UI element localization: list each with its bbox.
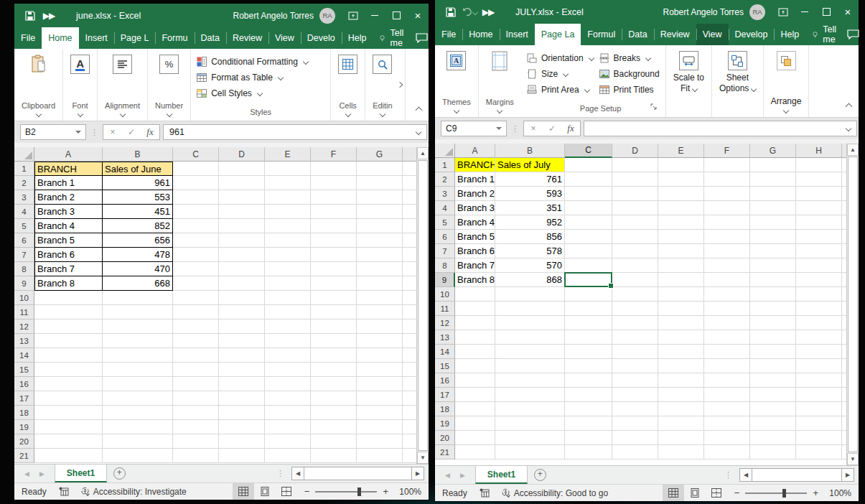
cell[interactable] [658, 302, 704, 316]
cell[interactable] [311, 420, 357, 434]
cell[interactable] [750, 273, 796, 287]
tell-me-button[interactable]: Tell me [373, 27, 414, 49]
cell[interactable] [750, 388, 796, 402]
collapse-ribbon-button[interactable] [846, 101, 851, 111]
cell[interactable] [103, 406, 173, 420]
cell[interactable] [658, 316, 704, 330]
cell[interactable] [704, 316, 750, 330]
cell[interactable] [658, 330, 704, 345]
cell[interactable] [658, 402, 704, 416]
cell[interactable] [34, 291, 103, 305]
cell[interactable] [796, 431, 842, 445]
row-header[interactable]: 14 [435, 345, 455, 359]
cell[interactable] [565, 258, 612, 273]
cell[interactable] [565, 158, 612, 172]
cell[interactable] [796, 244, 842, 258]
cell[interactable]: Branch 2 [34, 190, 103, 205]
zoom-level[interactable]: 100% [824, 488, 851, 498]
column-header-D[interactable]: D [612, 144, 658, 158]
cell[interactable] [357, 449, 403, 463]
row-header[interactable]: 8 [14, 262, 34, 276]
cell[interactable] [311, 248, 357, 262]
cell[interactable] [403, 319, 416, 334]
cell[interactable] [103, 305, 173, 319]
cell[interactable] [173, 348, 219, 363]
cell[interactable] [796, 258, 842, 273]
cell[interactable] [357, 248, 403, 262]
cell[interactable] [796, 316, 842, 330]
cell[interactable] [357, 205, 403, 219]
cell[interactable] [565, 201, 612, 215]
insert-function-button[interactable]: fx [141, 126, 159, 138]
cell[interactable] [612, 330, 658, 345]
tell-me-button[interactable]: Tell me [805, 24, 847, 45]
cell[interactable] [612, 244, 658, 258]
cell[interactable] [612, 230, 658, 244]
cell[interactable] [311, 449, 357, 463]
cell[interactable] [704, 330, 750, 345]
cell[interactable]: 856 [495, 230, 565, 244]
horizontal-scroll-thumb[interactable] [304, 467, 412, 480]
cell[interactable] [842, 330, 846, 345]
ribbon-display-options-button[interactable] [772, 0, 794, 24]
cell[interactable] [311, 233, 357, 248]
cell[interactable] [265, 219, 311, 233]
sheet-tab-active[interactable]: Sheet1 [475, 466, 528, 484]
cell[interactable] [173, 449, 219, 463]
cell[interactable] [265, 434, 311, 449]
cell[interactable]: 470 [103, 262, 173, 276]
cell[interactable] [173, 319, 219, 334]
row-header[interactable]: 5 [14, 219, 34, 233]
cell[interactable] [403, 348, 416, 363]
ribbon-tab-file[interactable]: File [14, 27, 42, 49]
cell[interactable] [173, 162, 219, 176]
close-button[interactable]: × [407, 4, 429, 27]
print-area-button[interactable]: Print Area [527, 83, 594, 96]
cell[interactable] [704, 416, 750, 431]
cell[interactable]: 852 [103, 219, 173, 233]
cell[interactable] [704, 373, 750, 388]
new-sheet-button[interactable]: + [107, 465, 131, 482]
zoom-out-button[interactable]: − [734, 487, 740, 498]
cell[interactable] [311, 348, 357, 363]
cell[interactable]: Branch 7 [34, 262, 103, 276]
cell[interactable] [403, 377, 416, 391]
cell[interactable] [455, 287, 495, 302]
ribbon-tab-develop[interactable]: Develop [729, 24, 775, 45]
cell[interactable] [842, 230, 846, 244]
cell[interactable] [704, 187, 750, 201]
font-group[interactable]: A Font [63, 49, 98, 121]
cell[interactable] [565, 172, 612, 187]
cell[interactable] [357, 190, 403, 205]
cell[interactable] [34, 449, 103, 463]
next-sheet-icon[interactable]: ▶ [460, 472, 465, 479]
cell[interactable] [750, 345, 796, 359]
cell[interactable] [612, 172, 658, 187]
cell[interactable]: 668 [103, 276, 173, 291]
row-header[interactable]: 2 [435, 172, 455, 187]
cell[interactable] [357, 363, 403, 377]
name-box[interactable]: C9 [441, 121, 507, 136]
arrange-group[interactable]: Arrange [764, 45, 810, 117]
column-header-G[interactable]: G [357, 147, 403, 162]
cell[interactable] [265, 391, 311, 406]
column-header-A[interactable]: A [34, 147, 103, 162]
ribbon-tab-home[interactable]: Home [462, 24, 499, 45]
cell[interactable] [704, 402, 750, 416]
cell[interactable]: 351 [495, 201, 565, 215]
zoom-slider-handle[interactable] [782, 489, 786, 498]
cell[interactable] [612, 215, 658, 230]
cell[interactable] [403, 305, 416, 319]
cell[interactable] [565, 431, 612, 445]
cell[interactable] [796, 402, 842, 416]
cell[interactable] [658, 215, 704, 230]
normal-view-button[interactable] [663, 485, 684, 501]
column-header-overflow[interactable] [842, 144, 846, 158]
row-header[interactable]: 12 [435, 316, 455, 330]
cell[interactable] [455, 373, 495, 388]
column-header-F[interactable]: F [311, 147, 357, 162]
cell[interactable] [565, 230, 612, 244]
cell[interactable] [311, 176, 357, 190]
cell[interactable] [219, 248, 265, 262]
cell[interactable] [403, 363, 416, 377]
